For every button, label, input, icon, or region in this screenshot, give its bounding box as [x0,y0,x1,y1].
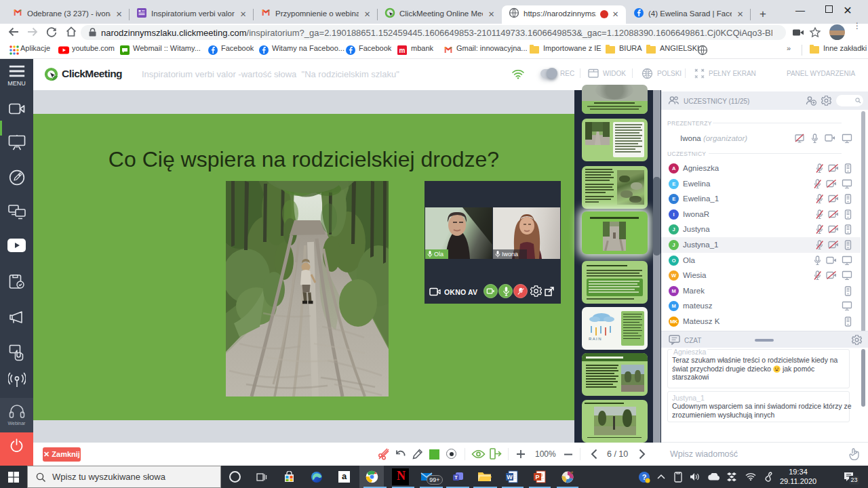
svg-text:P: P [535,474,539,481]
svg-text:W: W [507,474,513,481]
svg-text:T: T [454,474,458,481]
svg-text:m: m [399,47,406,54]
